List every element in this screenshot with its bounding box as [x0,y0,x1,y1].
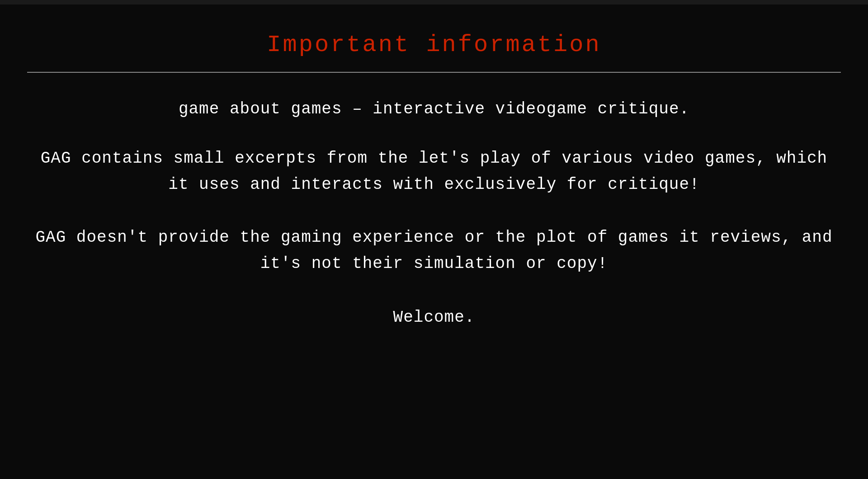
paragraph-2: GAG doesn't provide the gaming experienc… [35,225,832,277]
welcome-text: Welcome. [393,308,475,327]
subtitle: game about games – interactive videogame… [179,100,689,118]
page-title: Important information [267,32,601,58]
content-wrapper: Important information game about games –… [9,5,859,345]
divider [27,72,841,73]
top-bar [0,0,868,5]
paragraph-1: GAG contains small excerpts from the let… [41,146,827,197]
paragraph-1-line-1: GAG contains small excerpts from the let… [41,149,827,168]
paragraph-2-line-2: it's not their simulation or copy! [260,254,608,273]
paragraph-2-line-1: GAG doesn't provide the gaming experienc… [35,228,832,247]
paragraph-1-line-2: it uses and interacts with exclusively f… [168,175,699,194]
